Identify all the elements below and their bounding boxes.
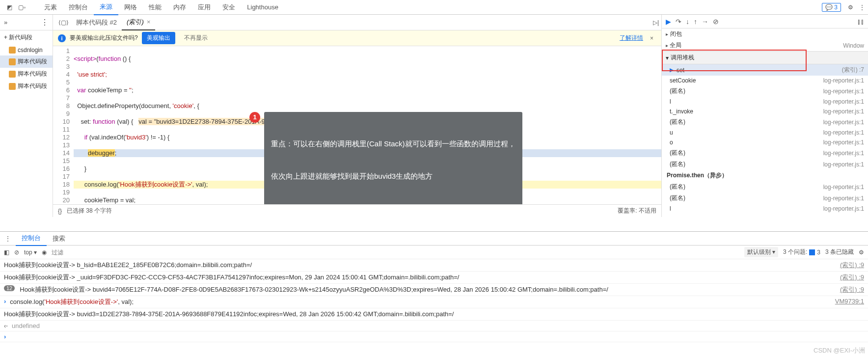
info-icon: i	[58, 34, 66, 42]
callstack-frame[interactable]: setCookielog-reporter.js:1	[662, 76, 868, 85]
snippet-icon	[9, 58, 16, 65]
inspect-icon[interactable]: ◩	[4, 2, 15, 13]
log-level-selector[interactable]: 默认级别 ▾	[744, 247, 778, 257]
snippet-icon	[9, 47, 16, 54]
callstack-frame[interactable]: Promise.then（异步）	[662, 170, 868, 181]
callstack-frame[interactable]: llog-reporter.js:1	[662, 97, 868, 107]
drawer-tab-search[interactable]: 搜索	[47, 232, 71, 246]
code-editor[interactable]: 123456789101112131415161718192021 <scrip…	[53, 46, 661, 204]
file-tab[interactable]: 脚本代码段 #2	[71, 15, 122, 30]
scope-closure[interactable]: ▸闭包	[662, 28, 868, 40]
console-drawer: ⋮ 控制台 搜索 ◧ ⊘ top ▾ ◉ 默认级别 ▾ 3 个问题: 3 3 条…	[0, 231, 868, 355]
learn-more-link[interactable]: 了解详情	[620, 34, 643, 42]
snippet-icon	[9, 71, 16, 78]
navigator-pane: » ⋮ + 新代码段 csdnlogin 脚本代码段 脚本代码段 脚本代码段	[0, 15, 53, 217]
tab-sources[interactable]: 来源	[94, 0, 118, 15]
step-over-icon[interactable]: ↷	[676, 18, 681, 26]
editor-statusbar: {} 已选择 38 个字符 覆盖率: 不适用	[53, 204, 661, 217]
snippet-file[interactable]: 脚本代码段	[0, 80, 53, 92]
devtools-top-tabbar: ◩ ▢▫ 元素 控制台 来源 网络 性能 内存 应用 安全 Lighthouse…	[0, 0, 868, 15]
deactivate-bp-icon[interactable]: ⊘	[713, 18, 719, 26]
sidebar-toggle-icon[interactable]: ◧	[4, 249, 9, 256]
console-log-line: Hook捕获到cookie设置-> b_lsid=BAB1E2E2_185FE0…	[0, 259, 868, 272]
snippet-icon	[9, 83, 16, 90]
callstack-frame[interactable]: (匿名)log-reporter.js:1	[662, 116, 868, 128]
hidden-count[interactable]: 3 条已隐藏	[825, 248, 854, 256]
callstack-frame[interactable]: olog-reporter.js:1	[662, 137, 868, 147]
callstack-frame[interactable]: (匿名)log-reporter.js:1	[662, 181, 868, 192]
callstack-frame[interactable]: t._invokelog-reporter.js:1	[662, 107, 868, 116]
callstack-frame[interactable]: ▶set(索引) :7	[662, 64, 868, 76]
format-icon[interactable]: {}	[58, 208, 62, 215]
snippet-file[interactable]: 脚本代码段	[0, 68, 53, 80]
dismiss-button[interactable]: 不再显示	[179, 32, 213, 44]
tab-application[interactable]: 应用	[192, 0, 217, 15]
selection-info: 已选择 38 个字符	[67, 207, 112, 215]
watermark: CSDN @EXI-小洲	[814, 346, 865, 355]
pause-exc-icon[interactable]: ⫿⫿	[857, 18, 864, 26]
callstack-frame[interactable]: ulog-reporter.js:1	[662, 128, 868, 137]
callstack-frame[interactable]: (匿名)log-reporter.js:1	[662, 147, 868, 159]
run-icon[interactable]: ▷|	[651, 19, 661, 26]
settings-icon[interactable]: ⚙	[845, 2, 856, 13]
context-selector[interactable]: top ▾	[24, 249, 37, 256]
step-out-icon[interactable]: ↑	[694, 18, 697, 26]
messages-badge[interactable]: 💬3	[822, 3, 841, 12]
console-tabbar: ⋮ 控制台 搜索	[0, 232, 868, 246]
close-infobar-icon[interactable]: ×	[647, 35, 656, 42]
code-content: <script>(function () { 'use strict'; var…	[74, 46, 661, 204]
filter-input[interactable]	[52, 249, 739, 256]
tab-console[interactable]: 控制台	[63, 0, 94, 15]
callstack-header[interactable]: ▾调用堆栈	[662, 51, 868, 64]
snippet-file[interactable]: 脚本代码段	[0, 55, 53, 68]
add-snippet-button[interactable]: + 新代码段	[0, 30, 53, 45]
debug-toolbar: ▶ ↷ ↓ ↑ → ⊘ ⫿⫿	[662, 15, 868, 28]
more-icon[interactable]: ⋮	[856, 2, 868, 13]
clear-console-icon[interactable]: ⊘	[14, 249, 19, 256]
file-tabbar: ⟨▢⟩ 脚本代码段 #2 (索引)× ▷|	[53, 15, 661, 30]
callstack-frame[interactable]: llog-reporter.js:1	[662, 204, 868, 214]
drawer-more-icon[interactable]: ⋮	[0, 235, 16, 242]
tab-security[interactable]: 安全	[217, 0, 241, 15]
console-log-line: 12Hook捕获到cookie设置-> buvid4=7065E12F-774A…	[0, 284, 868, 296]
resume-icon[interactable]: ▶	[666, 18, 671, 26]
console-toolbar: ◧ ⊘ top ▾ ◉ 默认级别 ▾ 3 个问题: 3 3 条已隐藏 ⚙	[0, 246, 868, 259]
annotation-callout: 1 重点：可以在右侧的调用栈里(Call Stack)就可以看到一些函数的调用过…	[249, 112, 522, 204]
close-icon[interactable]: ×	[147, 18, 151, 26]
editor-pane: ⟨▢⟩ 脚本代码段 #2 (索引)× ▷| i 要美观输出此压缩文件吗? 美观输…	[53, 15, 662, 217]
tab-network[interactable]: 网络	[118, 0, 143, 15]
console-settings-icon[interactable]: ⚙	[859, 249, 864, 256]
tab-elements[interactable]: 元素	[38, 0, 63, 15]
callstack-frame[interactable]: (匿名)log-reporter.js:1	[662, 192, 868, 204]
file-tab-active[interactable]: (索引)×	[122, 15, 155, 30]
pretty-print-button[interactable]: 美观输出	[142, 32, 175, 44]
step-into-icon[interactable]: ↓	[686, 18, 689, 26]
console-log-line: ‹·undefined	[0, 321, 868, 331]
console-log-line: Hook捕获到cookie设置-> _uuid=9F3DFD3C-F92C-CC…	[0, 272, 868, 284]
drawer-tab-console[interactable]: 控制台	[16, 231, 47, 246]
device-icon[interactable]: ▢▫	[15, 2, 28, 13]
live-expr-icon[interactable]: ◉	[42, 249, 47, 256]
console-log-line: ›console.log('Hook捕获到cookie设置->', val);V…	[0, 296, 868, 308]
snippet-file[interactable]: csdnlogin	[0, 45, 53, 55]
console-output[interactable]: Hook捕获到cookie设置-> b_lsid=BAB1E2E2_185FE0…	[0, 259, 868, 355]
scope-global[interactable]: ▸ 全局Window	[662, 40, 868, 51]
step-icon[interactable]: →	[702, 18, 708, 26]
annotation-text: 重点：可以在右侧的调用栈里(Call Stack)就可以看到一些函数的调用过程，…	[264, 112, 522, 204]
tab-memory[interactable]: 内存	[167, 0, 192, 15]
tab-performance[interactable]: 性能	[143, 0, 167, 15]
pretty-print-infobar: i 要美观输出此压缩文件吗? 美观输出 不再显示 了解详情 ×	[53, 30, 661, 46]
call-stack-section: ▾调用堆栈 ▶set(索引) :7setCookielog-reporter.j…	[662, 51, 868, 214]
console-log-line: Hook捕获到cookie设置-> buvid3=1D2E2738-7894-3…	[0, 308, 868, 321]
expand-icon[interactable]: »	[4, 19, 7, 26]
tab-lighthouse[interactable]: Lighthouse	[241, 0, 284, 14]
issues-indicator[interactable]: 3 个问题: 3	[783, 248, 820, 256]
history-back-icon[interactable]: ⟨▢⟩	[56, 19, 71, 26]
coverage-info: 覆盖率: 不适用	[618, 207, 656, 215]
infobar-text: 要美观输出此压缩文件吗?	[70, 34, 138, 42]
navigator-more-icon[interactable]: ⋮	[41, 18, 49, 27]
annotation-number: 1	[249, 112, 260, 123]
callstack-frame[interactable]: (匿名)log-reporter.js:1	[662, 159, 868, 170]
callstack-frame[interactable]: (匿名)log-reporter.js:1	[662, 85, 868, 97]
debugger-pane: ▶ ↷ ↓ ↑ → ⊘ ⫿⫿ ▸闭包 ▸ 全局Window ▾调用堆栈 ▶set…	[662, 15, 868, 217]
